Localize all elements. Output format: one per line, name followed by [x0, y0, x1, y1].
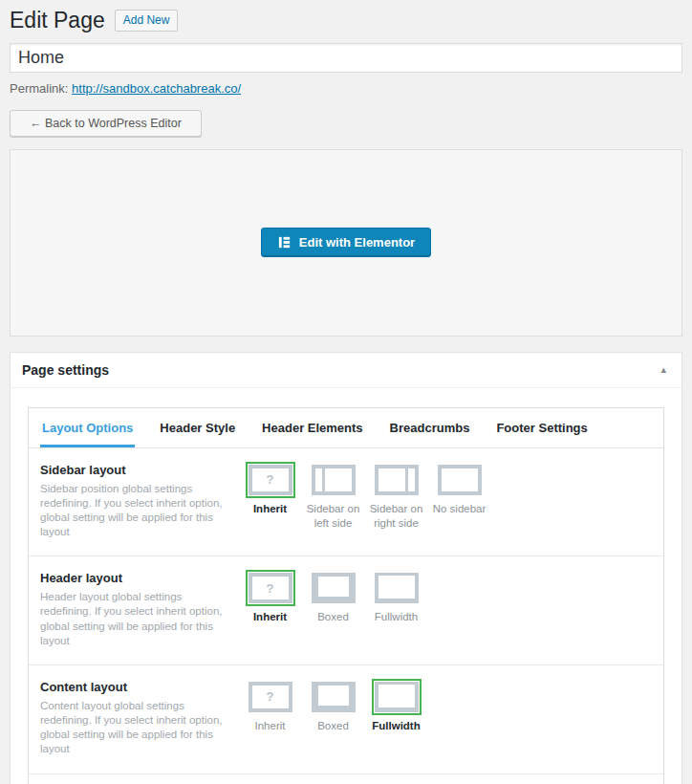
option-label: Boxed — [317, 610, 349, 625]
back-button-label: Back to WordPress Editor — [45, 117, 182, 130]
layout-option-sidebar-on-left-side[interactable]: Sidebar on left side — [304, 465, 362, 532]
post-title-input[interactable] — [10, 43, 682, 73]
settings-tabs: Layout OptionsHeader StyleHeader Element… — [29, 408, 663, 448]
section-description: Header layout global settings redefining… — [40, 590, 233, 648]
option-label: Fullwidth — [375, 610, 418, 625]
question-mark-glyph: ? — [267, 473, 274, 486]
page-header: Edit Page Add New — [10, 8, 682, 34]
option-label: Fullwidth — [372, 719, 420, 734]
add-new-button[interactable]: Add New — [115, 10, 179, 32]
layout-options-group: ? Inherit Boxed Fullwidth — [241, 571, 425, 648]
layout-option-inherit[interactable]: ? Inherit — [241, 465, 299, 517]
inherit-layout-icon: ? — [249, 682, 292, 712]
option-label: Boxed — [317, 719, 349, 734]
option-label: No sidebar — [433, 502, 487, 517]
no-sidebar-layout-icon — [438, 465, 482, 495]
permalink-label: Permalink: — [10, 81, 68, 96]
section-content-layout: Content layout Content layout global set… — [29, 665, 663, 774]
page-title: Edit Page — [10, 8, 105, 34]
inherit-layout-icon: ? — [249, 573, 292, 603]
fullwidth-layout-icon — [375, 573, 419, 603]
metabox-title: Page settings — [22, 353, 109, 387]
permalink-link[interactable]: http://sandbox.catchabreak.co/ — [72, 81, 241, 96]
elementor-editor-area: Edit with Elementor — [10, 149, 682, 337]
layout-option-fullwidth[interactable]: Fullwidth — [367, 573, 425, 625]
permalink: Permalink: http://sandbox.catchabreak.co… — [10, 81, 682, 96]
collapse-toggle-button[interactable]: ▴ — [657, 359, 670, 380]
question-mark-glyph: ? — [267, 690, 274, 703]
layout-option-boxed[interactable]: Boxed — [304, 682, 362, 734]
option-label: Sidebar on right side — [367, 502, 425, 532]
layout-option-no-sidebar[interactable]: No sidebar — [430, 465, 488, 517]
inherit-layout-icon: ? — [249, 465, 292, 495]
section-title: Content layout — [40, 680, 233, 694]
question-mark-glyph: ? — [267, 582, 274, 595]
layout-option-inherit[interactable]: ? Inherit — [241, 573, 299, 625]
elementor-logo-icon — [277, 235, 292, 250]
chevron-up-icon: ▴ — [660, 363, 666, 375]
left-arrow-icon: ← — [30, 117, 42, 130]
layout-options-group: ? Inherit Sidebar on left side Sidebar o… — [241, 463, 488, 540]
sidebar-divider — [405, 468, 415, 491]
boxed-layout-icon — [312, 682, 356, 712]
section-title: Header layout — [40, 571, 233, 585]
layout-option-boxed[interactable]: Boxed — [304, 573, 362, 625]
boxed-layout-icon — [312, 573, 356, 603]
layout-options-group: ? Inherit Boxed Fullwidth — [241, 680, 425, 757]
section-description: Content layout global settings redefinin… — [40, 699, 233, 757]
metabox-header[interactable]: Page settings ▴ — [11, 353, 681, 388]
tab-layout-options[interactable]: Layout Options — [40, 408, 135, 447]
section-header-layout: Header layout Header layout global setti… — [29, 556, 663, 665]
section-sidebar-layout: Sidebar layout Sidebar position global s… — [29, 448, 663, 557]
edit-page-screen: Edit Page Add New Permalink: http://sand… — [0, 0, 692, 784]
option-label: Inherit — [253, 502, 287, 517]
fullwidth-layout-icon — [375, 682, 419, 712]
tab-header-elements[interactable]: Header Elements — [260, 408, 365, 447]
page-settings-metabox: Page settings ▴ Layout OptionsHeader Sty… — [10, 352, 682, 784]
tab-footer-settings[interactable]: Footer Settings — [494, 408, 589, 447]
layout-sections: Sidebar layout Sidebar position global s… — [29, 448, 663, 784]
edit-with-elementor-button[interactable]: Edit with Elementor — [261, 228, 431, 257]
sidebar-right-layout-icon — [375, 465, 419, 495]
section-title: Sidebar layout — [40, 463, 233, 477]
option-label: Sidebar on left side — [304, 502, 362, 532]
sidebar-divider — [315, 468, 325, 491]
back-to-wordpress-editor-button[interactable]: ← Back to WordPress Editor — [10, 110, 202, 137]
layout-option-fullwidth[interactable]: Fullwidth — [367, 682, 425, 734]
section-footer-layout: Footer layout Footer layout global setti… — [29, 774, 663, 784]
tab-header-style[interactable]: Header Style — [158, 408, 237, 447]
section-description: Sidebar position global settings redefin… — [40, 482, 233, 540]
settings-panel: Layout OptionsHeader StyleHeader Element… — [28, 407, 664, 784]
option-label: Inherit — [255, 719, 286, 734]
layout-option-sidebar-on-right-side[interactable]: Sidebar on right side — [367, 465, 425, 532]
tab-breadcrumbs[interactable]: Breadcrumbs — [388, 408, 472, 447]
elementor-button-label: Edit with Elementor — [299, 235, 415, 250]
sidebar-left-layout-icon — [312, 465, 356, 495]
layout-option-inherit[interactable]: ? Inherit — [241, 682, 299, 734]
metabox-body: Layout OptionsHeader StyleHeader Element… — [11, 388, 681, 784]
option-label: Inherit — [253, 610, 287, 625]
